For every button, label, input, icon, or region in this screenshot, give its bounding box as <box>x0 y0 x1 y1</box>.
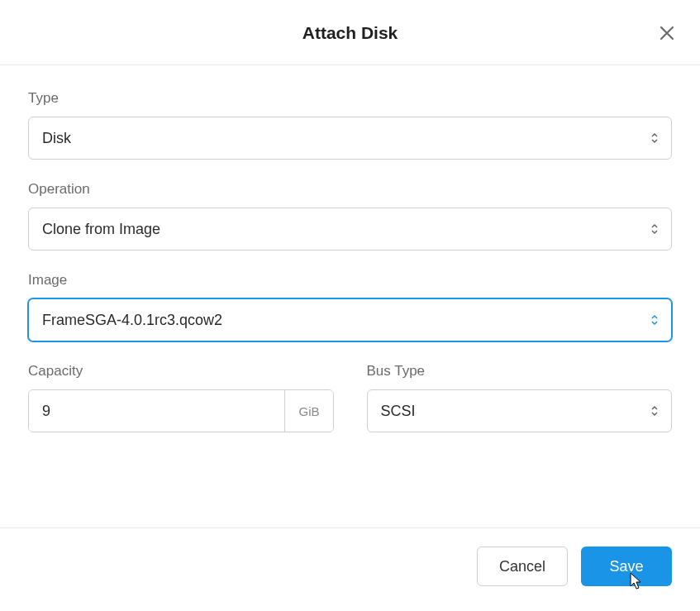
cancel-button[interactable]: Cancel <box>477 547 568 586</box>
operation-group: Operation Clone from Image <box>28 181 672 251</box>
capacity-input-group: GiB <box>28 389 334 432</box>
operation-select[interactable]: Clone from Image <box>28 208 672 251</box>
capacity-input[interactable] <box>29 390 284 432</box>
bus-type-select[interactable]: SCSI <box>367 389 673 432</box>
modal-title: Attach Disk <box>25 23 675 43</box>
save-button[interactable]: Save <box>581 547 672 586</box>
bus-type-group: Bus Type SCSI <box>367 363 673 432</box>
type-label: Type <box>28 90 672 107</box>
capacity-unit: GiB <box>284 390 332 432</box>
attach-disk-modal: Attach Disk Type Disk Operation Clone fr… <box>0 0 700 611</box>
image-label: Image <box>28 272 672 289</box>
type-select-wrap: Disk <box>28 117 672 160</box>
close-icon <box>660 26 674 41</box>
type-group: Type Disk <box>28 90 672 160</box>
capacity-group: Capacity GiB <box>28 363 334 432</box>
bus-type-select-wrap: SCSI <box>367 389 673 432</box>
capacity-bus-row: Capacity GiB Bus Type SCSI <box>28 363 672 454</box>
modal-footer: Cancel Save <box>0 527 700 611</box>
image-group: Image FrameSGA-4.0.1rc3.qcow2 <box>28 272 672 341</box>
capacity-label: Capacity <box>28 363 334 379</box>
image-select[interactable]: FrameSGA-4.0.1rc3.qcow2 <box>28 298 672 341</box>
close-button[interactable] <box>657 23 677 43</box>
operation-label: Operation <box>28 181 672 198</box>
operation-select-wrap: Clone from Image <box>28 208 672 251</box>
modal-header: Attach Disk <box>0 0 700 65</box>
modal-body: Type Disk Operation Clone from Image Ima… <box>0 65 700 527</box>
type-select[interactable]: Disk <box>28 117 672 160</box>
bus-type-label: Bus Type <box>367 363 673 379</box>
image-select-wrap: FrameSGA-4.0.1rc3.qcow2 <box>28 298 672 341</box>
